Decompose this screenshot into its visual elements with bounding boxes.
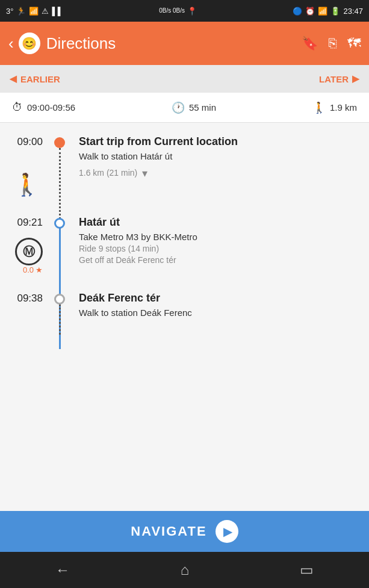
step-3-heading: Deák Ferenc tér	[79, 291, 359, 305]
metro-m-badge: Ⓜ	[15, 238, 43, 265]
walk-icon-row: 🚶	[10, 172, 359, 197]
step-1-time: 09:00	[17, 135, 43, 148]
step-2-time: 09:21	[17, 215, 43, 229]
temperature: 3°	[6, 7, 13, 16]
step-3-time-col: 09:38	[10, 291, 49, 335]
wifi-icon: 📶	[29, 7, 39, 16]
step-3-subtext: Walk to station Deák Ferenc	[79, 308, 359, 318]
step-3-row: 09:38 Deák Ferenc tér Walk to station De…	[10, 291, 359, 335]
later-button[interactable]: LATER ▶	[319, 73, 359, 84]
wifi-signal-icon: 📶	[318, 7, 327, 16]
signal-bars: ▌▌	[52, 7, 63, 16]
bookmark-button[interactable]: 🔖	[302, 36, 318, 51]
recent-nav-button[interactable]: ▭	[300, 562, 314, 578]
time-nav-bar: ◀ EARLIER LATER ▶	[0, 65, 369, 93]
step-2-metro: 09:21 Határ út Take Metro M3 by BKK-Metr…	[10, 215, 359, 274]
app-logo: 😊	[19, 32, 40, 54]
bluetooth-icon: 🔵	[293, 7, 302, 16]
step-1-start: 09:00 Start trip from Current location W…	[10, 135, 359, 197]
duration: 55 min	[189, 102, 216, 113]
metro-badge-col: Ⓜ 0.0 ★	[10, 238, 49, 274]
status-right: 🔵 ⏰ 📶 🔋 23:47	[293, 7, 363, 16]
share-button[interactable]: ⎘	[329, 36, 336, 51]
location-icon: 📍	[187, 7, 197, 16]
step-3-content: Deák Ferenc tér Walk to station Deák Fer…	[70, 291, 359, 335]
metro-rating: 0.0 ★	[23, 265, 43, 274]
duration-item: 🕐 55 min	[172, 101, 216, 114]
step-3-dotted-line	[59, 305, 61, 335]
earlier-button[interactable]: ◀ EARLIER	[10, 73, 60, 84]
clock-icon: ⏰	[305, 7, 315, 16]
step-3-timeline	[49, 291, 70, 335]
page-title: Directions	[46, 34, 302, 53]
status-bar: 3° 🏃 📶 ⚠ ▌▌ 0B/s 0B/s 📍 🔵 ⏰ 📶 🔋 23:47	[0, 0, 369, 22]
step-3-time: 09:38	[17, 291, 43, 305]
step-1-subtext: Walk to station Határ út	[79, 151, 359, 161]
header: ‹ 😊 Directions 🔖 ⎘ 🗺	[0, 22, 369, 65]
step-2-dot	[54, 218, 65, 229]
network-speed: 0B/s 0B/s	[159, 7, 185, 16]
step-2-heading: Határ út	[79, 215, 359, 229]
earlier-chevron-icon: ◀	[10, 73, 17, 84]
step-1-heading: Start trip from Current location	[79, 135, 359, 149]
clock-time: 23:47	[343, 7, 363, 16]
navigate-bar[interactable]: NAVIGATE ▶	[0, 511, 369, 552]
status-left: 3° 🏃 📶 ⚠ ▌▌	[6, 7, 63, 16]
time-range: 09:00-09:56	[27, 102, 75, 113]
time-range-item: ⏱ 09:00-09:56	[12, 101, 75, 114]
metro-badge-row: Ⓜ 0.0 ★	[10, 238, 359, 274]
navigate-play-button[interactable]: ▶	[216, 520, 238, 543]
distance-item: 🚶 1.9 km	[312, 101, 357, 114]
bottom-nav: ← ⌂ ▭	[0, 552, 369, 588]
runner-icon: 🏃	[16, 7, 26, 16]
logo-face-icon: 😊	[22, 36, 37, 51]
step-3-transfer: 09:38 Deák Ferenc tér Walk to station De…	[10, 291, 359, 335]
battery-icon: 🔋	[330, 7, 340, 16]
walk-icon-col: 🚶	[10, 172, 49, 197]
walk-info-icon: 🚶	[312, 101, 326, 114]
play-icon: ▶	[223, 524, 232, 539]
rating-value: 0.0	[23, 265, 34, 274]
walking-icon: 🚶	[13, 172, 40, 197]
duration-icon: 🕐	[172, 101, 185, 114]
home-nav-button[interactable]: ⌂	[181, 562, 190, 578]
warning-icon: ⚠	[42, 7, 49, 16]
map-button[interactable]: 🗺	[347, 36, 361, 51]
navigate-label: NAVIGATE	[131, 524, 206, 539]
info-bar: ⏱ 09:00-09:56 🕐 55 min 🚶 1.9 km	[0, 93, 369, 123]
star-icon: ★	[36, 265, 43, 274]
distance: 1.9 km	[330, 102, 357, 113]
earlier-label: EARLIER	[20, 74, 60, 84]
back-button[interactable]: ‹	[8, 34, 14, 53]
main-content: 09:00 Start trip from Current location W…	[0, 123, 369, 511]
header-actions: 🔖 ⎘ 🗺	[302, 36, 361, 51]
step-3-dot	[54, 294, 65, 305]
later-chevron-icon: ▶	[352, 73, 359, 84]
later-label: LATER	[319, 74, 349, 84]
clock-info-icon: ⏱	[12, 101, 23, 114]
step-1-dot	[54, 137, 65, 148]
status-center: 0B/s 0B/s 📍	[63, 7, 293, 16]
back-nav-button[interactable]: ←	[55, 562, 70, 578]
